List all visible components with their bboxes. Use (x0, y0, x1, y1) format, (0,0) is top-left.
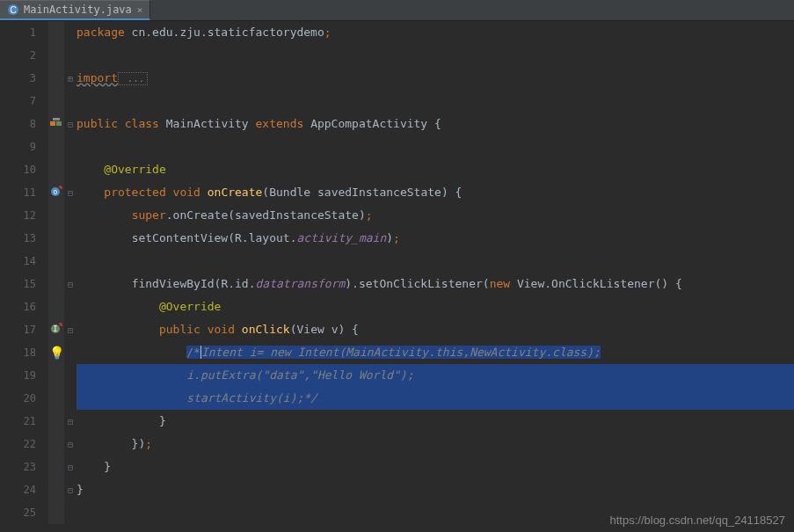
svg-rect-3 (56, 121, 62, 126)
override-marker-icon[interactable]: o (50, 186, 62, 200)
code-editor[interactable]: 1package cn.edu.zju.staticfactorydemo; 2… (0, 21, 794, 532)
line-number: 14 (0, 255, 48, 267)
fold-collapse-icon[interactable]: ⊟ (68, 325, 73, 335)
line-number: 21 (0, 415, 48, 427)
line-number: 8 (0, 118, 48, 130)
line-number: 15 (0, 278, 48, 290)
line-number: 23 (0, 461, 48, 473)
intention-bulb-icon[interactable]: 💡 (49, 346, 64, 360)
svg-text:C: C (10, 5, 16, 15)
svg-text:o: o (54, 188, 58, 196)
tab-bar: C MainActivity.java × (0, 0, 794, 21)
line-number: 24 (0, 484, 48, 496)
svg-text:I: I (54, 325, 58, 333)
line-number: 10 (0, 164, 48, 176)
line-number: 22 (0, 438, 48, 450)
line-number: 18 (0, 346, 48, 359)
java-class-icon: C (7, 4, 19, 16)
line-number: 11 (0, 186, 48, 199)
line-number: 19 (0, 369, 48, 382)
line-number: 13 (0, 232, 48, 244)
svg-rect-4 (53, 118, 60, 120)
line-number: 7 (0, 95, 48, 107)
line-number: 17 (0, 324, 48, 336)
line-number: 1 (0, 26, 48, 39)
close-icon[interactable]: × (137, 4, 143, 16)
line-number: 20 (0, 392, 48, 404)
folded-import-region[interactable]: ... (118, 72, 149, 85)
fold-end-icon[interactable]: ⊟ (68, 485, 73, 495)
fold-collapse-icon[interactable]: ⊟ (68, 280, 73, 289)
fold-collapse-icon[interactable]: ⊟ (68, 188, 73, 198)
fold-end-icon[interactable]: ⊟ (68, 417, 73, 426)
fold-collapse-icon[interactable]: ⊟ (68, 120, 73, 129)
fold-expand-icon[interactable]: ⊞ (68, 74, 73, 84)
implements-marker-icon[interactable]: I (50, 323, 62, 338)
line-number: 16 (0, 301, 48, 313)
class-marker-icon[interactable] (49, 118, 63, 131)
svg-rect-2 (50, 121, 55, 126)
line-number: 3 (0, 72, 48, 84)
tab-filename: MainActivity.java (24, 4, 132, 16)
fold-end-icon[interactable]: ⊟ (68, 440, 73, 449)
line-number: 2 (0, 49, 48, 62)
line-number: 9 (0, 141, 48, 153)
fold-end-icon[interactable]: ⊟ (68, 463, 73, 472)
watermark-text: https://blog.csdn.net/qq_24118527 (610, 514, 786, 527)
line-number: 25 (0, 506, 48, 519)
file-tab[interactable]: C MainActivity.java × (0, 0, 150, 20)
line-number: 12 (0, 209, 48, 222)
